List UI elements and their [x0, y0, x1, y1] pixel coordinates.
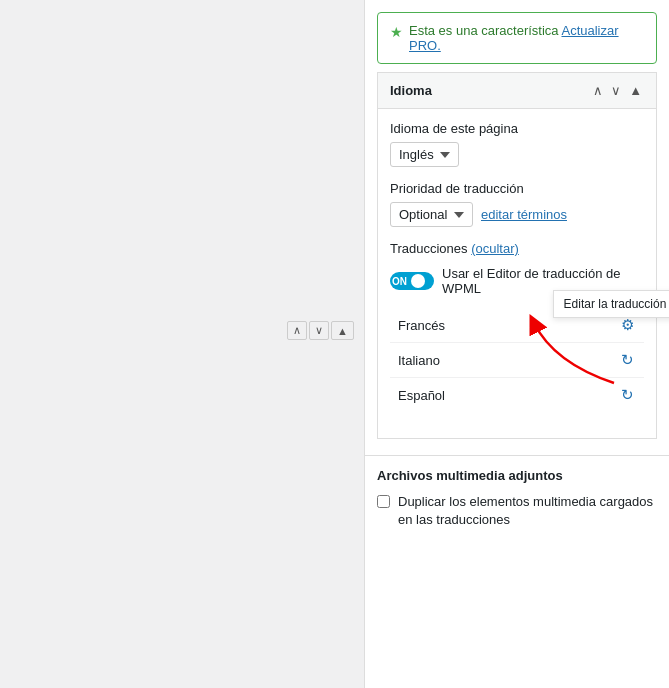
language-name-espanol: Español — [398, 388, 445, 403]
language-row-italiano: Italiano ↻ — [390, 343, 644, 378]
section-collapse-button[interactable]: ▲ — [627, 83, 644, 98]
pro-notice-text: Esta es una característica Actualizar PR… — [409, 23, 644, 53]
priority-select[interactable]: Optional — [390, 202, 473, 227]
right-panel: ★ Esta es una característica Actualizar … — [365, 0, 669, 688]
language-refresh-espanol-button[interactable]: ↻ — [619, 384, 636, 406]
language-refresh-italiano-button[interactable]: ↻ — [619, 349, 636, 371]
language-row-espanol: Español ↻ — [390, 378, 644, 412]
priority-group: Prioridad de traducción Optional editar … — [390, 181, 644, 227]
traducciones-text: Traducciones — [390, 241, 468, 256]
pro-notice-label: Esta es una característica — [409, 23, 559, 38]
left-up-button[interactable]: ∧ — [287, 321, 307, 340]
traducciones-group: Traducciones (ocultar) ON Usar el Editor… — [390, 241, 644, 412]
ocultar-link[interactable]: (ocultar) — [471, 241, 519, 256]
page-language-select[interactable]: Inglés — [390, 142, 459, 167]
left-down-button[interactable]: ∨ — [309, 321, 329, 340]
section-title: Idioma — [390, 83, 432, 98]
priority-row: Optional editar términos — [390, 202, 644, 227]
left-triangle-button[interactable]: ▲ — [331, 321, 354, 340]
section-header-controls: ∧ ∨ ▲ — [591, 83, 644, 98]
star-icon: ★ — [390, 24, 403, 40]
duplicate-media-label: Duplicar los elementos multimedia cargad… — [398, 493, 657, 529]
edit-terms-link[interactable]: editar términos — [481, 207, 567, 222]
pro-notice: ★ Esta es una característica Actualizar … — [377, 12, 657, 64]
section-down-button[interactable]: ∨ — [609, 83, 623, 98]
idioma-section: Idioma ∧ ∨ ▲ Idioma de este página Inglé… — [377, 72, 657, 439]
left-panel: ∧ ∨ ▲ — [0, 0, 365, 688]
section-content: Idioma de este página Inglés Prioridad d… — [378, 109, 656, 438]
tooltip: Editar la traducción Francés — [553, 290, 669, 318]
toggle-switch[interactable]: ON — [390, 272, 434, 290]
duplicate-media-checkbox[interactable] — [377, 495, 390, 508]
toggle-circle — [411, 274, 425, 288]
section-header: Idioma ∧ ∨ ▲ — [378, 73, 656, 109]
left-panel-controls: ∧ ∨ ▲ — [287, 321, 354, 340]
language-actions-italiano: ↻ — [619, 349, 636, 371]
language-name-frances: Francés — [398, 318, 445, 333]
archivos-title: Archivos multimedia adjuntos — [377, 468, 657, 483]
language-actions-espanol: ↻ — [619, 384, 636, 406]
languages-list: Francés ⚙ — [390, 308, 644, 412]
tooltip-text: Editar la traducción Francés — [564, 297, 669, 311]
traducciones-label: Traducciones (ocultar) — [390, 241, 644, 256]
toggle-row: ON Usar el Editor de traducción de WPML … — [390, 266, 644, 296]
archivos-section: Archivos multimedia adjuntos Duplicar lo… — [365, 455, 669, 541]
page-language-group: Idioma de este página Inglés — [390, 121, 644, 167]
language-name-italiano: Italiano — [398, 353, 440, 368]
section-up-button[interactable]: ∧ — [591, 83, 605, 98]
toggle-on-label: ON — [392, 276, 407, 287]
priority-label: Prioridad de traducción — [390, 181, 644, 196]
page-language-label: Idioma de este página — [390, 121, 644, 136]
checkbox-row: Duplicar los elementos multimedia cargad… — [377, 493, 657, 529]
